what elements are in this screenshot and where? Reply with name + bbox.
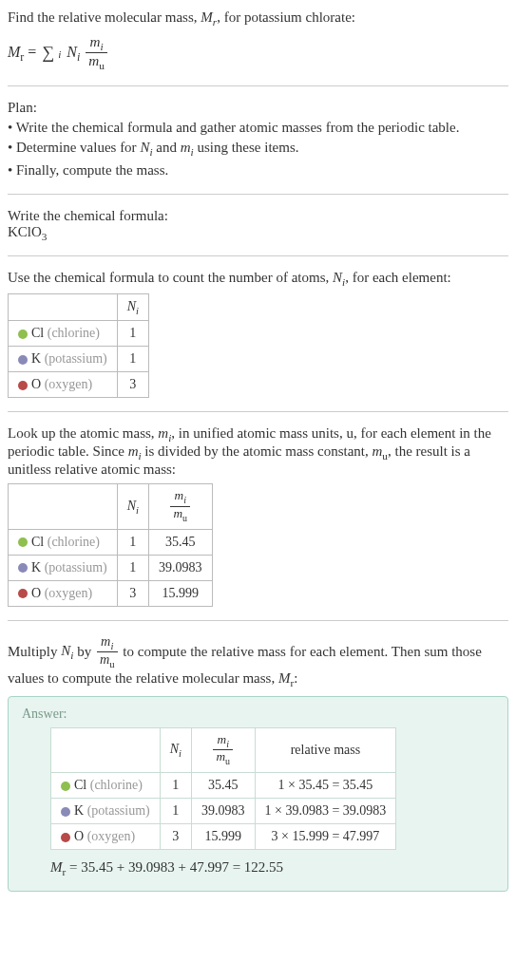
- element-dot-icon: [18, 381, 28, 390]
- divider: [8, 85, 508, 86]
- divider: [8, 194, 508, 195]
- element-dot-icon: [18, 355, 28, 365]
- count-atoms-section: Use the chemical formula to count the nu…: [8, 270, 508, 399]
- table-header-row: Ni: [9, 293, 149, 321]
- answer-title: Answer:: [22, 707, 494, 722]
- plan-item-3: • Finally, compute the mass.: [8, 160, 508, 180]
- multiply-text: Multiply Ni by mimu to compute the relat…: [8, 634, 508, 688]
- table-row: Cl (chlorine) 1 35.45 1 × 35.45 = 35.45: [51, 773, 396, 799]
- intro-text: Find the relative molecular mass, Mr, fo…: [8, 8, 508, 30]
- plan-item-1: • Write the chemical formula and gather …: [8, 118, 508, 138]
- symbol-Mr: Mr: [201, 9, 217, 25]
- plan-section: Plan: • Write the chemical formula and g…: [8, 100, 508, 180]
- table-row: K (potassium) 1: [9, 347, 149, 372]
- sigma-icon: ∑ i: [42, 44, 61, 62]
- plan-header: Plan:: [8, 100, 508, 116]
- divider: [8, 255, 508, 256]
- multiply-section: Multiply Ni by mimu to compute the relat…: [8, 634, 508, 892]
- intro-part-b: , for potassium chlorate:: [217, 9, 355, 25]
- write-formula-header: Write the chemical formula:: [8, 208, 508, 224]
- element-dot-icon: [18, 537, 28, 547]
- chemical-formula: KClO3: [8, 224, 508, 242]
- table-row: Cl (chlorine) 1: [9, 321, 149, 347]
- table-header-row: Ni mimu relative mass: [51, 727, 396, 772]
- element-dot-icon: [61, 807, 70, 817]
- lookup-section: Look up the atomic mass, mi, in unified …: [8, 425, 508, 606]
- element-dot-icon: [18, 563, 28, 573]
- table-row: K (potassium) 1 39.0983 1 × 39.0983 = 39…: [51, 799, 396, 824]
- intro-part-a: Find the relative molecular mass,: [8, 9, 201, 25]
- count-table: Ni Cl (chlorine) 1 K (potassium) 1 O (ox…: [8, 293, 149, 399]
- table-row: O (oxygen) 3: [9, 372, 149, 398]
- table-row: O (oxygen) 3 15.999: [9, 580, 213, 606]
- count-atoms-text: Use the chemical formula to count the nu…: [8, 270, 508, 288]
- mass-table: Ni mimu Cl (chlorine) 1 35.45 K (potassi…: [8, 483, 213, 606]
- write-formula-section: Write the chemical formula: KClO3: [8, 208, 508, 242]
- element-dot-icon: [18, 589, 28, 598]
- element-dot-icon: [61, 833, 70, 842]
- divider: [8, 411, 508, 412]
- lookup-text: Look up the atomic mass, mi, in unified …: [8, 425, 508, 478]
- element-dot-icon: [18, 330, 28, 339]
- table-header-row: Ni mimu: [9, 484, 213, 529]
- answer-box: Answer: Ni mimu relative mass Cl (chlori…: [8, 696, 508, 892]
- plan-item-2: • Determine values for Ni and mi using t…: [8, 138, 508, 160]
- table-row: K (potassium) 1 39.0983: [9, 555, 213, 580]
- table-row: O (oxygen) 3 15.999 3 × 15.999 = 47.997: [51, 824, 396, 850]
- table-row: Cl (chlorine) 1 35.45: [9, 529, 213, 555]
- fraction: mi mu: [86, 34, 107, 72]
- divider: [8, 620, 508, 621]
- answer-table: Ni mimu relative mass Cl (chlorine) 1 35…: [50, 727, 396, 850]
- mr-formula: Mr = ∑ i Ni mi mu: [8, 34, 508, 72]
- final-result: Mr = 35.45 + 39.0983 + 47.997 = 122.55: [50, 859, 494, 877]
- intro-section: Find the relative molecular mass, Mr, fo…: [8, 8, 508, 72]
- element-dot-icon: [61, 782, 70, 791]
